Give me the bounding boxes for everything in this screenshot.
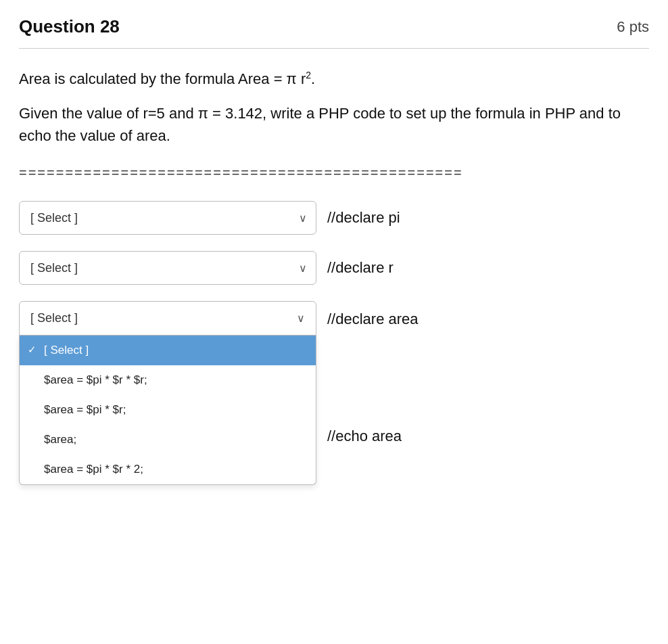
question-header: Question 28 6 pts xyxy=(19,16,649,49)
body-line2: Given the value of r=5 and π = 3.142, wr… xyxy=(19,102,649,147)
dropdown-item-0[interactable]: [ Select ] xyxy=(20,336,316,365)
select-2[interactable]: [ Select ] $r = 5; $r == 5; r = 5; xyxy=(19,251,316,285)
body-line1: Area is calculated by the formula Area =… xyxy=(19,68,649,90)
select-wrapper-1[interactable]: [ Select ] $pi = 3.142; $pi == 3.142; pi… xyxy=(19,201,316,235)
dropdown-item-3[interactable]: $area; xyxy=(20,425,316,455)
row-comment-4: //echo area xyxy=(327,428,402,445)
dropdown-item-2[interactable]: $area = $pi * $r; xyxy=(20,395,316,425)
dropdown-list: [ Select ] $area = $pi * $r * $r; $area … xyxy=(19,336,316,485)
select-1[interactable]: [ Select ] $pi = 3.142; $pi == 3.142; pi… xyxy=(19,201,316,235)
row-comment-2: //declare r xyxy=(327,259,393,277)
question-title: Question 28 xyxy=(19,16,120,37)
question-points: 6 pts xyxy=(617,18,649,36)
row-comment-3: //declare area xyxy=(327,310,419,328)
question-body: Area is calculated by the formula Area =… xyxy=(19,68,649,147)
dropdown-open-container[interactable]: [ Select ] [ Select ] $area = $pi * $r *… xyxy=(19,301,316,336)
question-container: Question 28 6 pts Area is calculated by … xyxy=(0,0,668,644)
row-comment-1: //declare pi xyxy=(327,209,400,227)
dropdown-item-4[interactable]: $area = $pi * $r * 2; xyxy=(20,455,316,484)
answer-rows: [ Select ] $pi = 3.142; $pi == 3.142; pi… xyxy=(19,201,649,453)
select-display-label: [ Select ] xyxy=(30,311,78,325)
dropdown-item-1[interactable]: $area = $pi * $r * $r; xyxy=(20,365,316,395)
divider: ========================================… xyxy=(19,166,649,179)
select-wrapper-2[interactable]: [ Select ] $r = 5; $r == 5; r = 5; xyxy=(19,251,316,285)
select-display-3[interactable]: [ Select ] xyxy=(19,301,316,336)
answer-row-1: [ Select ] $pi = 3.142; $pi == 3.142; pi… xyxy=(19,201,649,235)
answer-row-3: [ Select ] [ Select ] $area = $pi * $r *… xyxy=(19,301,649,336)
answer-row-2: [ Select ] $r = 5; $r == 5; r = 5; //dec… xyxy=(19,251,649,285)
